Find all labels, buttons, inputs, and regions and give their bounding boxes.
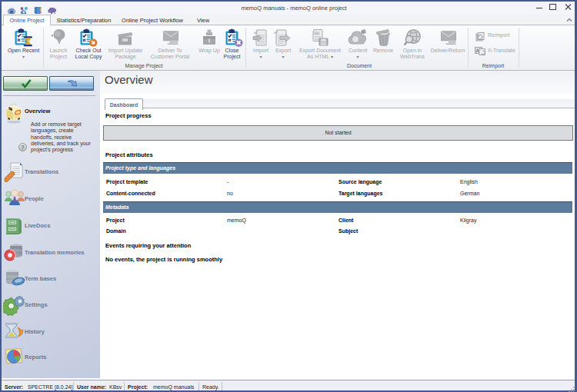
svg-text:HTML: HTML [315, 32, 322, 35]
